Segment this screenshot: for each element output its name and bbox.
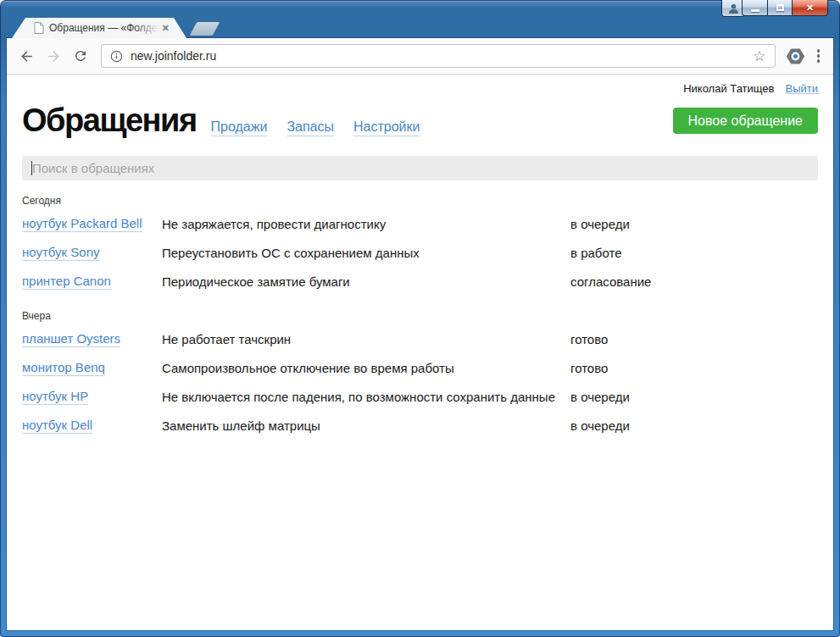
- nav-link-stock[interactable]: Запасы: [286, 119, 334, 136]
- reload-icon: [73, 48, 88, 64]
- kebab-menu-icon[interactable]: [810, 46, 827, 66]
- forward-arrow-icon: [46, 48, 62, 64]
- page-title: Обращения: [22, 97, 197, 144]
- section-label: Вчера: [22, 310, 818, 322]
- request-description: Периодическое замятие бумаги: [162, 274, 570, 289]
- request-row[interactable]: принтер Canon Периодическое замятие бума…: [22, 267, 818, 296]
- address-bar[interactable]: new.joinfolder.ru ☆: [101, 44, 776, 68]
- requests-list: Сегодня ноутбук Packard Bell Не заряжает…: [22, 195, 818, 440]
- request-device-link[interactable]: ноутбук HP: [22, 389, 88, 405]
- request-description: Не заряжается, провести диагностику: [162, 217, 570, 231]
- request-status: в работе: [570, 246, 621, 260]
- request-description: Заменить шлейф матрицы: [162, 418, 570, 433]
- request-row[interactable]: ноутбук Dell Заменить шлейф матрицы в оч…: [22, 411, 818, 440]
- maximize-button[interactable]: [767, 0, 792, 16]
- section-rows: планшет Oysters Не работает тачскрин гот…: [22, 324, 818, 440]
- person-icon: [728, 3, 739, 14]
- request-description: Самопроизвольное отключение во время раб…: [162, 361, 570, 375]
- new-tab-button[interactable]: [190, 22, 220, 36]
- request-status: готово: [570, 361, 608, 375]
- maximize-icon: [776, 4, 784, 11]
- request-status: в очереди: [570, 418, 630, 433]
- request-section: Вчера планшет Oysters Не работает тачскр…: [22, 310, 818, 440]
- request-description: Не включается после падения, по возможно…: [162, 390, 570, 404]
- tab-title: Обращения — «Фолдер: [49, 22, 159, 34]
- request-device-link[interactable]: планшет Oysters: [22, 331, 120, 347]
- request-device-link[interactable]: ноутбук Sony: [22, 245, 100, 261]
- text-caret: [31, 161, 32, 175]
- section-label: Сегодня: [22, 195, 818, 207]
- nav-link-settings[interactable]: Настройки: [353, 119, 420, 136]
- request-row[interactable]: ноутбук Packard Bell Не заряжается, пров…: [22, 209, 818, 238]
- request-row[interactable]: ноутбук Sony Переустановить ОС с сохране…: [22, 238, 818, 267]
- request-row[interactable]: монитор Benq Самопроизвольное отключение…: [22, 353, 818, 382]
- minimize-icon: [751, 9, 759, 12]
- close-icon: ✕: [806, 3, 814, 13]
- url-text[interactable]: new.joinfolder.ru: [131, 49, 745, 63]
- page-favicon-icon: [34, 22, 44, 34]
- minimize-button[interactable]: [742, 0, 767, 16]
- logout-link[interactable]: Выйти: [786, 82, 819, 95]
- browser-window: Обращения — «Фолдер ✕ ✕ new.joinfolder.r…: [0, 0, 840, 637]
- request-description: Не работает тачскрин: [162, 332, 570, 346]
- section-rows: ноутбук Packard Bell Не заряжается, пров…: [22, 209, 818, 296]
- request-status: согласование: [570, 274, 651, 289]
- back-arrow-icon: [19, 48, 35, 64]
- extension-eye-icon[interactable]: [783, 43, 809, 69]
- request-status: в очереди: [570, 217, 630, 231]
- request-device-link[interactable]: монитор Benq: [22, 360, 105, 376]
- request-status: в очереди: [570, 390, 630, 404]
- page-header: Обращения Продажи Запасы Настройки Новое…: [22, 97, 818, 144]
- request-device-link[interactable]: ноутбук Dell: [22, 418, 92, 434]
- request-status: готово: [570, 332, 608, 346]
- browser-body: new.joinfolder.ru ☆ Николай ТатищевВыйти…: [7, 38, 833, 630]
- request-section: Сегодня ноутбук Packard Bell Не заряжает…: [22, 195, 818, 296]
- nav-link-sales[interactable]: Продажи: [211, 119, 268, 136]
- browser-tab[interactable]: Обращения — «Фолдер ✕: [12, 18, 186, 38]
- site-info-icon[interactable]: [110, 50, 123, 63]
- back-button[interactable]: [14, 43, 39, 69]
- forward-button[interactable]: [41, 43, 66, 69]
- request-description: Переустановить ОС с сохранением данных: [162, 246, 570, 260]
- main-nav: Продажи Запасы Настройки: [211, 119, 420, 136]
- search-wrap: [22, 156, 818, 180]
- request-row[interactable]: планшет Oysters Не работает тачскрин гот…: [22, 324, 818, 353]
- bookmark-star-icon[interactable]: ☆: [753, 49, 765, 64]
- request-row[interactable]: ноутбук HP Не включается после падения, …: [22, 382, 818, 411]
- page-content: Николай ТатищевВыйти Обращения Продажи З…: [7, 75, 833, 630]
- close-button[interactable]: ✕: [792, 0, 828, 16]
- user-name: Николай Татищев: [683, 82, 774, 95]
- browser-toolbar: new.joinfolder.ru ☆: [7, 38, 833, 75]
- new-request-button[interactable]: Новое обращение: [673, 108, 818, 134]
- request-device-link[interactable]: принтер Canon: [22, 274, 111, 290]
- search-input[interactable]: [22, 156, 818, 180]
- reload-button[interactable]: [68, 43, 93, 69]
- request-device-link[interactable]: ноутбук Packard Bell: [22, 216, 142, 232]
- window-controls: ✕: [742, 0, 828, 16]
- tab-close-icon[interactable]: ✕: [162, 24, 170, 33]
- account-row: Николай ТатищевВыйти: [22, 82, 818, 95]
